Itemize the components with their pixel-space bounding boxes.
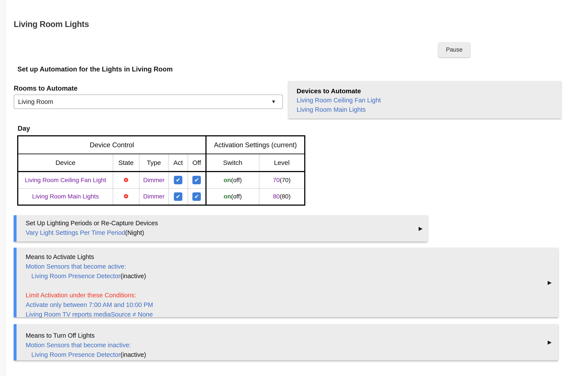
off-checkbox[interactable]: ✔ — [192, 176, 201, 184]
level-current: (70) — [280, 177, 291, 183]
motion-sensors-active-link[interactable]: Motion Sensors that become active: — [26, 262, 539, 271]
col-header-switch: Switch — [206, 154, 259, 172]
expand-arrow-icon[interactable]: ▶ — [548, 339, 552, 345]
device-link[interactable]: Living Room Ceiling Fan Light — [25, 177, 106, 183]
section-title: Set Up Lighting Periods or Re-Capture De… — [26, 218, 415, 228]
device-link[interactable]: Living Room Ceiling Fan Light — [297, 96, 561, 105]
level-setting[interactable]: 80 — [273, 193, 280, 200]
period-suffix: (Night) — [125, 229, 144, 236]
chevron-down-icon: ▼ — [271, 99, 276, 105]
col-header-type: Type — [139, 154, 169, 172]
room-select-value: Living Room — [18, 98, 53, 105]
presence-detector-link[interactable]: Living Room Presence Detector — [31, 351, 120, 358]
setup-heading: Set up Automation for the Lights in Livi… — [17, 65, 173, 73]
col-header-device: Device — [18, 154, 113, 172]
switch-current: (off) — [231, 177, 242, 183]
switch-setting: on — [224, 177, 231, 183]
switch-current: (off) — [231, 193, 242, 200]
presence-detector-link[interactable]: Living Room Presence Detector — [31, 273, 120, 279]
room-select-dropdown[interactable]: Living Room ▼ — [14, 95, 283, 109]
act-checkbox[interactable]: ✔ — [174, 192, 182, 201]
table-row: Living Room Main Lights Dimmer ✔ ✔ on(of… — [18, 188, 305, 205]
expand-arrow-icon[interactable]: ▶ — [419, 225, 423, 232]
section-title: Means to Turn Off Lights — [26, 331, 539, 340]
col-header-off: Off — [188, 154, 206, 172]
means-to-turn-off-section[interactable]: Means to Turn Off Lights Motion Sensors … — [14, 324, 558, 360]
col-header-act: Act — [169, 154, 188, 172]
off-checkbox[interactable]: ✔ — [192, 192, 201, 201]
table-group-header-device-control: Device Control — [18, 136, 206, 154]
check-icon: ✔ — [176, 177, 181, 183]
means-to-activate-section[interactable]: Means to Activate Lights Motion Sensors … — [14, 248, 558, 317]
limit-conditions-heading: Limit Activation under these Conditions: — [26, 290, 539, 300]
device-table: Device Control Activation Settings (curr… — [17, 135, 305, 206]
lighting-periods-section[interactable]: Set Up Lighting Periods or Re-Capture De… — [14, 215, 428, 242]
device-type-link[interactable]: Dimmer — [143, 177, 165, 183]
check-icon: ✔ — [176, 193, 181, 200]
table-group-header-activation: Activation Settings (current) — [206, 136, 305, 154]
pause-button[interactable]: Pause — [438, 42, 470, 57]
act-checkbox[interactable]: ✔ — [174, 176, 182, 184]
device-state-off-icon[interactable] — [124, 194, 128, 199]
table-row: Living Room Ceiling Fan Light Dimmer ✔ ✔… — [18, 172, 305, 188]
devices-to-automate-panel: Devices to Automate Living Room Ceiling … — [288, 81, 561, 119]
devices-panel-title: Devices to Automate — [297, 86, 561, 96]
device-type-link[interactable]: Dimmer — [143, 193, 165, 200]
time-condition-link[interactable]: Activate only between 7:00 AM and 10:00 … — [26, 300, 539, 310]
level-setting[interactable]: 70 — [273, 177, 280, 183]
sensor-state: (inactive) — [120, 273, 146, 279]
device-link[interactable]: Living Room Main Lights — [297, 105, 561, 114]
col-header-level: Level — [259, 154, 305, 172]
device-state-off-icon[interactable] — [124, 178, 128, 182]
switch-setting: on — [224, 193, 231, 200]
sensor-state: (inactive) — [120, 351, 146, 358]
page-title: Living Room Lights — [14, 20, 89, 29]
expand-arrow-icon[interactable]: ▶ — [548, 279, 552, 286]
motion-sensors-inactive-link[interactable]: Motion Sensors that become inactive: — [26, 340, 539, 350]
period-label: Day — [18, 125, 30, 133]
check-icon: ✔ — [194, 177, 199, 183]
rooms-to-automate-label: Rooms to Automate — [14, 85, 77, 92]
col-header-state: State — [113, 154, 139, 172]
device-link[interactable]: Living Room Main Lights — [32, 193, 99, 200]
spacer-line — [26, 281, 539, 290]
level-current: (80) — [280, 193, 291, 200]
vary-settings-link[interactable]: Vary Light Settings Per Time Period — [26, 229, 125, 236]
media-condition-link[interactable]: Living Room TV reports mediaSource ≠ Non… — [26, 310, 539, 319]
section-title: Means to Activate Lights — [26, 252, 539, 262]
page-left-margin — [0, 0, 6, 376]
room-lighting-page: Living Room Lights Pause Set up Automati… — [0, 0, 588, 376]
check-icon: ✔ — [194, 193, 199, 200]
